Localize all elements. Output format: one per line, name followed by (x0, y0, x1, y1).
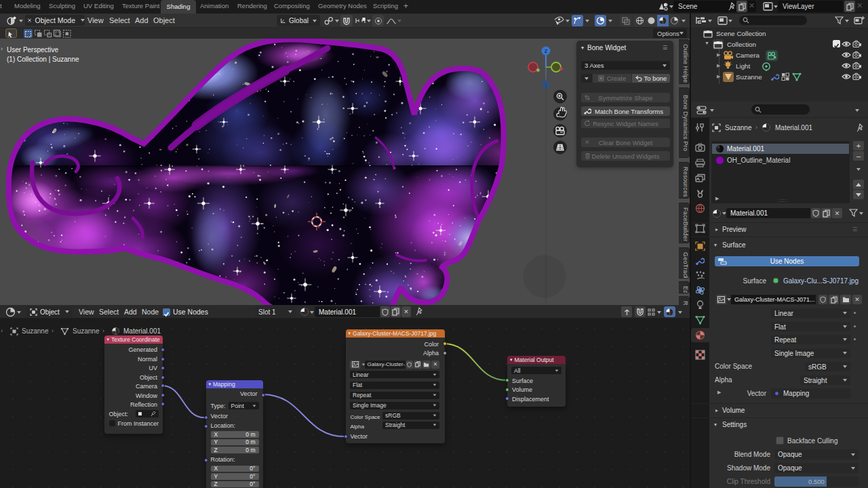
svg-text:(1) Collection | Suzanne: (1) Collection | Suzanne (7, 56, 79, 63)
svg-text:Z: Z (545, 48, 548, 54)
svg-text:User Perspective: User Perspective (7, 46, 59, 54)
svg-text:›: › (1, 45, 3, 52)
